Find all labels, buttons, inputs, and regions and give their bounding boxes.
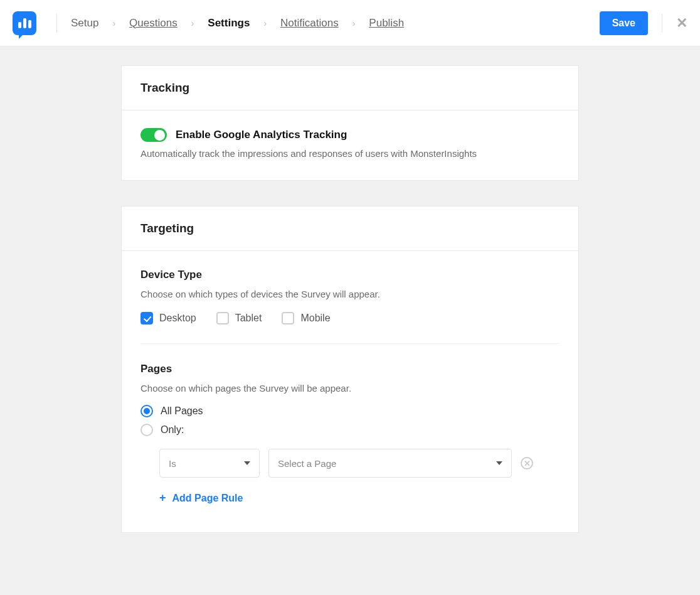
crumb-publish[interactable]: Publish [369, 17, 404, 29]
pages-section: Pages Choose on which pages the Survey w… [141, 363, 559, 505]
chevron-right-icon: › [191, 18, 194, 28]
tracking-description: Automatically track the impressions and … [141, 148, 559, 159]
add-page-rule-label: Add Page Rule [172, 493, 243, 504]
radio-label: Only: [161, 424, 184, 436]
separator [662, 14, 662, 33]
section-divider [141, 343, 559, 344]
panel-title-targeting: Targeting [122, 206, 578, 251]
checkbox-icon [282, 312, 294, 324]
select-value: Is [169, 458, 176, 469]
checkbox-label: Tablet [235, 313, 262, 324]
chevron-right-icon: › [112, 18, 115, 28]
crumb-notifications[interactable]: Notifications [280, 17, 339, 29]
chevron-right-icon: › [263, 18, 267, 28]
pages-radio-all[interactable]: All Pages [141, 405, 559, 417]
separator [56, 14, 57, 33]
checkbox-icon [216, 312, 229, 324]
pages-radio-only[interactable]: Only: [141, 424, 559, 436]
targeting-panel: Targeting Device Type Choose on which ty… [121, 206, 579, 533]
remove-rule-button[interactable]: ✕ [521, 457, 533, 469]
device-type-section: Device Type Choose on which types of dev… [141, 269, 559, 324]
header-bar: Setup › Questions › Settings › Notificat… [0, 0, 700, 46]
crumb-settings[interactable]: Settings [208, 17, 250, 29]
rule-condition-select[interactable]: Is [159, 449, 260, 478]
checkbox-label: Mobile [300, 313, 330, 324]
select-placeholder: Select a Page [278, 458, 336, 469]
device-type-description: Choose on which types of devices the Sur… [141, 289, 559, 299]
save-button[interactable]: Save [600, 11, 648, 35]
device-option-desktop[interactable]: Desktop [141, 312, 196, 324]
app-logo[interactable] [13, 11, 36, 35]
caret-down-icon [496, 461, 502, 465]
radio-label: All Pages [161, 405, 203, 417]
enable-ga-tracking-label: Enable Google Analytics Tracking [176, 129, 347, 141]
crumb-setup[interactable]: Setup [71, 17, 98, 29]
add-page-rule-button[interactable]: + Add Page Rule [159, 491, 559, 505]
radio-icon [141, 424, 153, 436]
device-type-title: Device Type [141, 269, 559, 281]
panel-title-tracking: Tracking [122, 66, 578, 110]
enable-ga-tracking-toggle[interactable] [141, 128, 167, 142]
close-icon[interactable]: ✕ [676, 16, 687, 30]
device-option-mobile[interactable]: Mobile [282, 312, 330, 324]
pages-description: Choose on which pages the Survey will be… [141, 383, 559, 394]
plus-icon: + [159, 491, 166, 505]
checkbox-label: Desktop [159, 313, 196, 324]
rule-page-select[interactable]: Select a Page [268, 449, 512, 478]
main-content: Tracking Enable Google Analytics Trackin… [121, 65, 579, 533]
tracking-panel: Tracking Enable Google Analytics Trackin… [121, 65, 579, 181]
chevron-right-icon: › [353, 18, 356, 28]
crumb-questions[interactable]: Questions [129, 17, 178, 29]
pages-title: Pages [141, 363, 559, 375]
breadcrumb-nav: Setup › Questions › Settings › Notificat… [71, 17, 600, 29]
radio-icon [141, 405, 153, 417]
page-rule-row: Is Select a Page ✕ [159, 449, 559, 478]
caret-down-icon [244, 461, 250, 465]
bar-chart-icon [18, 18, 31, 28]
checkbox-icon [141, 312, 153, 324]
device-option-tablet[interactable]: Tablet [216, 312, 262, 324]
